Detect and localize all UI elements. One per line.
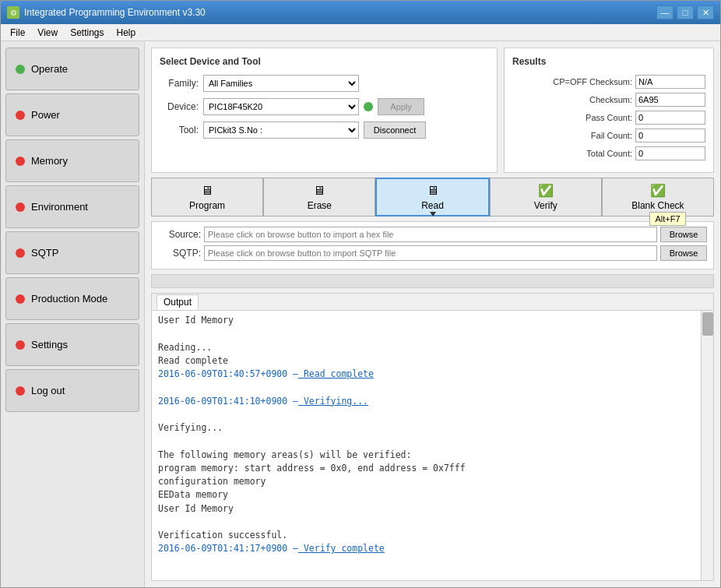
output-line: 2016-06-09T01:40:57+0900 – Read complete (158, 368, 695, 381)
tool-label: Tool: (160, 125, 199, 136)
output-line: The following memory areas(s) will be ve… (158, 449, 695, 462)
device-select[interactable]: PIC18F45K20 (203, 98, 359, 115)
title-bar-left: ⚙ Integrated Programming Environment v3.… (7, 6, 206, 19)
source-label: Source: (158, 229, 201, 240)
output-tab[interactable]: Output (157, 294, 199, 310)
result-row-checksum: Checksum: 6A95 (512, 93, 705, 107)
menu-file[interactable]: File (4, 26, 31, 40)
source-sqtp-panel: Source: Browse SQTP: Browse (151, 221, 714, 269)
output-line: Verification successful. (158, 529, 695, 542)
result-value-3: 0 (635, 129, 705, 143)
sidebar-label-settings: Settings (31, 339, 68, 350)
right-panel: Select Device and Tool Family: All Famil… (145, 41, 720, 587)
device-row: Device: PIC18F45K20 Apply (160, 98, 489, 115)
menu-settings[interactable]: Settings (64, 26, 110, 40)
main-window: ⚙ Integrated Programming Environment v3.… (0, 0, 721, 588)
output-line: configuration memory (158, 475, 695, 488)
output-line: User Id Memory (158, 314, 695, 327)
sidebar-label-memory: Memory (31, 155, 68, 167)
cursor-indicator (430, 212, 436, 217)
sqtp-browse-button[interactable]: Browse (660, 245, 707, 261)
sidebar-label-environment: Environment (31, 201, 88, 213)
erase-icon: 🖥 (313, 184, 325, 198)
result-value-1: 6A95 (635, 93, 705, 107)
output-wrapper: User Id MemoryReading...Read complete201… (152, 311, 713, 580)
sqtp-input[interactable] (204, 245, 657, 261)
menu-help[interactable]: Help (111, 26, 142, 40)
device-status-dot (364, 102, 373, 111)
program-button[interactable]: 🖥 Program (151, 178, 263, 217)
device-tool-panel: Select Device and Tool Family: All Famil… (151, 48, 498, 173)
result-value-2: 0 (635, 111, 705, 125)
result-label-2: Pass Count: (512, 113, 632, 122)
read-label: Read (421, 200, 444, 211)
dot-power (16, 111, 25, 120)
result-row-checksum-cp: CP=OFF Checksum: N/A (512, 75, 705, 89)
dot-operate (16, 65, 25, 74)
output-tab-bar: Output (152, 294, 713, 311)
minimize-button[interactable]: — (656, 5, 674, 19)
results-title: Results (512, 56, 705, 67)
read-button[interactable]: 🖥 Read Alt+F7 (375, 178, 489, 217)
apply-button[interactable]: Apply (378, 98, 424, 115)
sidebar-item-production-mode[interactable]: Production Mode (5, 277, 139, 320)
app-icon: ⚙ (7, 6, 19, 19)
sidebar-item-settings[interactable]: Settings (5, 323, 139, 366)
family-row: Family: All Families (160, 75, 489, 92)
source-input[interactable] (204, 227, 657, 242)
erase-button[interactable]: 🖥 Erase (263, 178, 375, 217)
sidebar-item-sqtp[interactable]: SQTP (5, 231, 139, 274)
sidebar-item-log-out[interactable]: Log out (5, 369, 139, 412)
output-line: Read complete (158, 354, 695, 368)
sqtp-label: SQTP: (158, 248, 201, 259)
maximize-button[interactable]: □ (677, 5, 694, 19)
results-panel: Results CP=OFF Checksum: N/A Checksum: 6… (504, 48, 714, 173)
menu-view[interactable]: View (31, 26, 64, 40)
sidebar-label-log-out: Log out (31, 385, 65, 396)
family-select[interactable]: All Families (203, 75, 359, 92)
read-icon: 🖥 (427, 184, 439, 198)
sidebar-label-sqtp: SQTP (31, 247, 58, 259)
output-link: Verifying... (298, 396, 368, 407)
device-label: Device: (160, 101, 199, 112)
tool-select[interactable]: PICkit3 S.No : (203, 121, 359, 139)
close-button[interactable]: ✕ (697, 5, 714, 19)
dot-log-out (16, 386, 25, 396)
output-section: Output User Id MemoryReading...Read comp… (151, 293, 714, 581)
sidebar-item-power[interactable]: Power (5, 93, 139, 136)
scroll-thumb[interactable] (702, 312, 713, 336)
disconnect-button[interactable]: Disconnect (364, 121, 426, 139)
result-label-4: Total Count: (512, 149, 632, 158)
sidebar-label-production-mode: Production Mode (31, 293, 107, 305)
source-row: Source: Browse (158, 227, 707, 242)
result-label-1: Checksum: (512, 95, 632, 104)
output-link: Verify complete (298, 543, 385, 554)
output-line: 2016-06-09T01:41:10+0900 – Verifying... (158, 395, 695, 408)
blank-check-button[interactable]: ✅ Blank Check (602, 178, 714, 217)
source-browse-button[interactable]: Browse (660, 227, 707, 242)
sidebar: Operate Power Memory Environment SQTP Pr… (1, 41, 145, 587)
verify-icon: ✅ (538, 183, 554, 198)
sidebar-item-operate[interactable]: Operate (5, 48, 139, 90)
progress-bar (151, 274, 714, 288)
result-row-fail: Fail Count: 0 (512, 129, 705, 143)
scrollbar[interactable] (701, 311, 713, 580)
result-value-4: 0 (635, 146, 705, 160)
sidebar-item-memory[interactable]: Memory (5, 139, 139, 182)
sidebar-item-environment[interactable]: Environment (5, 185, 139, 228)
output-timestamp: 2016-06-09T01:40:57+0900 – (158, 368, 298, 379)
action-buttons-row: 🖥 Program 🖥 Erase 🖥 Read Alt+F7 ✅ (151, 178, 714, 217)
sqtp-row: SQTP: Browse (158, 245, 707, 261)
dot-production-mode (16, 294, 25, 304)
title-controls: — □ ✕ (656, 5, 714, 19)
result-label-3: Fail Count: (512, 131, 632, 140)
device-panel-title: Select Device and Tool (160, 56, 489, 67)
window-title: Integrated Programming Environment v3.30 (24, 7, 206, 18)
output-timestamp: 2016-06-09T01:41:10+0900 – (158, 396, 298, 407)
output-content[interactable]: User Id MemoryReading...Read complete201… (152, 311, 701, 580)
output-line: Reading... (158, 341, 695, 354)
verify-button[interactable]: ✅ Verify (490, 178, 602, 217)
top-section: Select Device and Tool Family: All Famil… (151, 48, 714, 173)
output-line: program memory: start address = 0x0, end… (158, 462, 695, 475)
dot-sqtp (16, 248, 25, 258)
